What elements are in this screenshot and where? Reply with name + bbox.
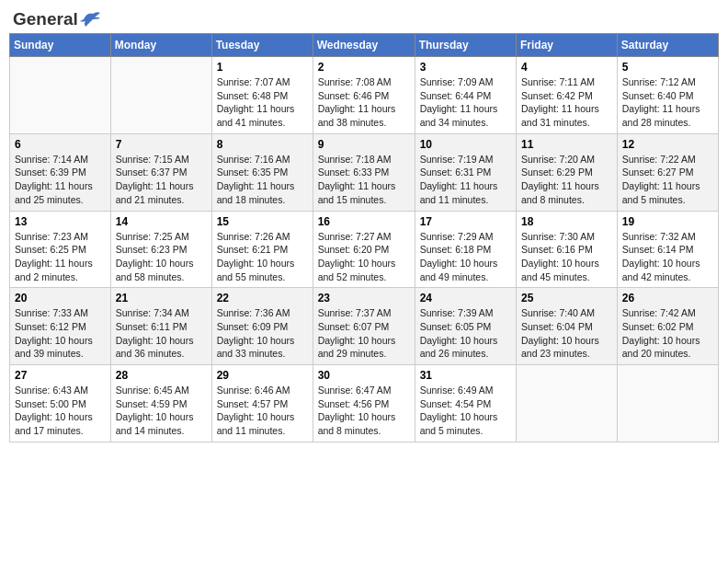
weekday-header-friday: Friday (517, 34, 618, 57)
day-info: Sunrise: 7:36 AM Sunset: 6:09 PM Dayligh… (217, 306, 308, 361)
weekday-header-sunday: Sunday (10, 34, 111, 57)
day-info: Sunrise: 7:25 AM Sunset: 6:23 PM Dayligh… (116, 230, 207, 284)
day-number: 28 (116, 369, 207, 382)
day-info: Sunrise: 7:29 AM Sunset: 6:18 PM Dayligh… (420, 230, 511, 284)
day-info: Sunrise: 6:49 AM Sunset: 4:54 PM Dayligh… (420, 384, 511, 438)
day-number: 3 (420, 61, 511, 74)
calendar-cell: 11Sunrise: 7:20 AM Sunset: 6:29 PM Dayli… (517, 133, 618, 211)
calendar-cell: 20Sunrise: 7:33 AM Sunset: 6:12 PM Dayli… (10, 288, 111, 365)
day-info: Sunrise: 7:18 AM Sunset: 6:33 PM Dayligh… (318, 153, 410, 207)
calendar-cell: 8Sunrise: 7:16 AM Sunset: 6:35 PM Daylig… (211, 133, 313, 211)
calendar-cell: 21Sunrise: 7:34 AM Sunset: 6:11 PM Dayli… (110, 288, 211, 365)
weekday-header-tuesday: Tuesday (211, 34, 313, 57)
calendar-cell (517, 365, 618, 442)
day-number: 30 (318, 369, 410, 382)
day-number: 26 (622, 292, 713, 304)
day-info: Sunrise: 7:14 AM Sunset: 6:39 PM Dayligh… (15, 153, 106, 207)
day-info: Sunrise: 7:39 AM Sunset: 6:05 PM Dayligh… (420, 306, 511, 361)
day-info: Sunrise: 7:16 AM Sunset: 6:35 PM Dayligh… (217, 153, 308, 207)
calendar-cell: 17Sunrise: 7:29 AM Sunset: 6:18 PM Dayli… (415, 211, 516, 288)
day-number: 5 (622, 61, 713, 74)
day-number: 19 (622, 215, 713, 228)
calendar-cell: 30Sunrise: 6:47 AM Sunset: 4:56 PM Dayli… (313, 365, 415, 442)
calendar-cell: 7Sunrise: 7:15 AM Sunset: 6:37 PM Daylig… (110, 133, 211, 211)
day-number: 12 (622, 138, 713, 151)
calendar-cell: 2Sunrise: 7:08 AM Sunset: 6:46 PM Daylig… (313, 57, 415, 134)
day-number: 10 (420, 138, 511, 151)
calendar-cell: 9Sunrise: 7:18 AM Sunset: 6:33 PM Daylig… (313, 133, 415, 211)
calendar-cell: 25Sunrise: 7:40 AM Sunset: 6:04 PM Dayli… (517, 288, 618, 365)
day-number: 31 (420, 369, 511, 382)
day-number: 20 (15, 292, 106, 304)
calendar-cell: 12Sunrise: 7:22 AM Sunset: 6:27 PM Dayli… (617, 133, 718, 211)
logo: General (13, 9, 102, 26)
day-info: Sunrise: 7:37 AM Sunset: 6:07 PM Dayligh… (318, 306, 410, 361)
day-info: Sunrise: 7:08 AM Sunset: 6:46 PM Dayligh… (318, 75, 410, 130)
day-number: 4 (521, 61, 612, 74)
logo-bird-icon (80, 10, 102, 29)
calendar-cell (10, 57, 111, 134)
day-info: Sunrise: 7:19 AM Sunset: 6:31 PM Dayligh… (420, 153, 511, 207)
day-number: 24 (420, 292, 511, 304)
calendar-cell: 10Sunrise: 7:19 AM Sunset: 6:31 PM Dayli… (415, 133, 516, 211)
day-number: 7 (116, 138, 207, 151)
day-number: 16 (318, 215, 410, 228)
calendar-week-row: 13Sunrise: 7:23 AM Sunset: 6:25 PM Dayli… (10, 211, 719, 288)
day-info: Sunrise: 7:23 AM Sunset: 6:25 PM Dayligh… (15, 230, 106, 284)
day-number: 17 (420, 215, 511, 228)
day-info: Sunrise: 7:22 AM Sunset: 6:27 PM Dayligh… (622, 153, 713, 207)
calendar-cell: 3Sunrise: 7:09 AM Sunset: 6:44 PM Daylig… (415, 57, 516, 134)
day-info: Sunrise: 7:07 AM Sunset: 6:48 PM Dayligh… (217, 75, 308, 130)
day-number: 29 (217, 369, 308, 382)
calendar-cell: 23Sunrise: 7:37 AM Sunset: 6:07 PM Dayli… (313, 288, 415, 365)
weekday-header-wednesday: Wednesday (313, 34, 415, 57)
day-info: Sunrise: 7:34 AM Sunset: 6:11 PM Dayligh… (116, 306, 207, 361)
calendar-cell: 15Sunrise: 7:26 AM Sunset: 6:21 PM Dayli… (211, 211, 313, 288)
calendar-cell: 19Sunrise: 7:32 AM Sunset: 6:14 PM Dayli… (617, 211, 718, 288)
logo-general: General (13, 9, 78, 29)
day-number: 6 (15, 138, 106, 151)
calendar-week-row: 20Sunrise: 7:33 AM Sunset: 6:12 PM Dayli… (10, 288, 719, 365)
day-number: 14 (116, 215, 207, 228)
day-number: 18 (521, 215, 612, 228)
day-info: Sunrise: 6:46 AM Sunset: 4:57 PM Dayligh… (217, 384, 308, 438)
calendar-cell: 16Sunrise: 7:27 AM Sunset: 6:20 PM Dayli… (313, 211, 415, 288)
calendar-cell: 28Sunrise: 6:45 AM Sunset: 4:59 PM Dayli… (110, 365, 211, 442)
calendar-cell: 14Sunrise: 7:25 AM Sunset: 6:23 PM Dayli… (110, 211, 211, 288)
weekday-header-monday: Monday (110, 34, 211, 57)
calendar-cell: 27Sunrise: 6:43 AM Sunset: 5:00 PM Dayli… (10, 365, 111, 442)
page-header: General (9, 9, 719, 26)
day-number: 8 (217, 138, 308, 151)
day-info: Sunrise: 7:42 AM Sunset: 6:02 PM Dayligh… (622, 306, 713, 361)
calendar-cell: 29Sunrise: 6:46 AM Sunset: 4:57 PM Dayli… (211, 365, 313, 442)
day-info: Sunrise: 7:27 AM Sunset: 6:20 PM Dayligh… (318, 230, 410, 284)
calendar-cell: 5Sunrise: 7:12 AM Sunset: 6:40 PM Daylig… (617, 57, 718, 134)
calendar-cell: 1Sunrise: 7:07 AM Sunset: 6:48 PM Daylig… (211, 57, 313, 134)
calendar-cell: 22Sunrise: 7:36 AM Sunset: 6:09 PM Dayli… (211, 288, 313, 365)
calendar-week-row: 27Sunrise: 6:43 AM Sunset: 5:00 PM Dayli… (10, 365, 719, 442)
calendar-cell: 18Sunrise: 7:30 AM Sunset: 6:16 PM Dayli… (517, 211, 618, 288)
day-number: 1 (217, 61, 308, 74)
calendar-cell: 31Sunrise: 6:49 AM Sunset: 4:54 PM Dayli… (415, 365, 516, 442)
day-number: 2 (318, 61, 410, 74)
calendar-week-row: 1Sunrise: 7:07 AM Sunset: 6:48 PM Daylig… (10, 57, 719, 134)
calendar-cell (110, 57, 211, 134)
calendar-cell: 26Sunrise: 7:42 AM Sunset: 6:02 PM Dayli… (617, 288, 718, 365)
day-info: Sunrise: 7:12 AM Sunset: 6:40 PM Dayligh… (622, 75, 713, 130)
calendar-cell: 13Sunrise: 7:23 AM Sunset: 6:25 PM Dayli… (10, 211, 111, 288)
day-info: Sunrise: 7:09 AM Sunset: 6:44 PM Dayligh… (420, 75, 511, 130)
day-info: Sunrise: 7:26 AM Sunset: 6:21 PM Dayligh… (217, 230, 308, 284)
day-info: Sunrise: 6:43 AM Sunset: 5:00 PM Dayligh… (15, 384, 106, 438)
day-number: 23 (318, 292, 410, 304)
day-number: 25 (521, 292, 612, 304)
day-number: 27 (15, 369, 106, 382)
calendar-table: SundayMondayTuesdayWednesdayThursdayFrid… (9, 33, 719, 442)
calendar-header-row: SundayMondayTuesdayWednesdayThursdayFrid… (10, 34, 719, 57)
calendar-cell: 6Sunrise: 7:14 AM Sunset: 6:39 PM Daylig… (10, 133, 111, 211)
calendar-cell: 4Sunrise: 7:11 AM Sunset: 6:42 PM Daylig… (517, 57, 618, 134)
weekday-header-saturday: Saturday (617, 34, 718, 57)
day-number: 13 (15, 215, 106, 228)
day-number: 21 (116, 292, 207, 304)
day-number: 11 (521, 138, 612, 151)
day-info: Sunrise: 7:33 AM Sunset: 6:12 PM Dayligh… (15, 306, 106, 361)
